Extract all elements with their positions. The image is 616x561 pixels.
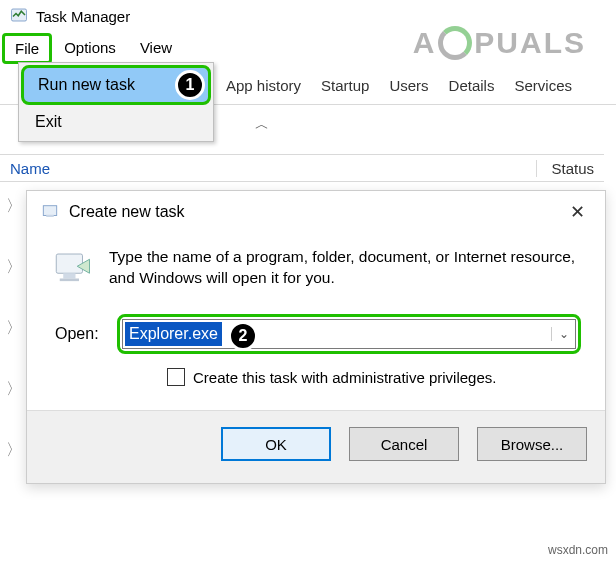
svg-rect-5 xyxy=(60,279,79,282)
open-input-value[interactable]: Explorer.exe xyxy=(125,322,222,346)
expand-caret-icon[interactable]: 〉 xyxy=(6,196,22,217)
menu-view[interactable]: View xyxy=(128,33,184,64)
watermark-text-left: A xyxy=(413,26,437,60)
dialog-title: Create new task xyxy=(69,203,554,221)
browse-button[interactable]: Browse... xyxy=(477,427,587,461)
expand-caret-icon[interactable]: 〉 xyxy=(6,318,22,339)
svg-rect-3 xyxy=(56,254,82,273)
watermark-text-right: PUALS xyxy=(474,26,586,60)
watermark: A PUALS xyxy=(413,26,586,60)
collapse-caret-icon[interactable]: ︿ xyxy=(255,116,269,134)
menu-item-exit[interactable]: Exit xyxy=(21,105,211,139)
tab-details[interactable]: Details xyxy=(439,69,505,102)
dialog-titlebar: Create new task ✕ xyxy=(27,191,605,229)
chevron-down-icon[interactable]: ⌄ xyxy=(551,327,575,341)
tab-startup[interactable]: Startup xyxy=(311,69,379,102)
tab-services[interactable]: Services xyxy=(504,69,582,102)
expand-caret-icon[interactable]: 〉 xyxy=(6,257,22,278)
dialog-instruction-text: Type the name of a program, folder, docu… xyxy=(109,247,581,289)
run-program-icon xyxy=(51,247,93,292)
process-list-header: Name Status xyxy=(0,154,604,182)
admin-checkbox-label[interactable]: Create this task with administrative pri… xyxy=(193,369,496,386)
tab-users[interactable]: Users xyxy=(379,69,438,102)
tab-strip: App history Startup Users Details Servic… xyxy=(216,66,582,104)
svg-rect-2 xyxy=(46,214,54,216)
admin-checkbox[interactable] xyxy=(167,368,185,386)
open-combobox[interactable]: Explorer.exe ⌄ xyxy=(122,319,576,349)
task-manager-icon xyxy=(10,6,28,27)
watermark-logo-icon xyxy=(438,26,472,60)
credit-text: wsxdn.com xyxy=(548,543,608,557)
column-header-name[interactable]: Name xyxy=(10,160,50,177)
dialog-button-row: OK Cancel Browse... xyxy=(27,410,605,483)
svg-rect-4 xyxy=(63,273,75,278)
open-input-highlight: Explorer.exe ⌄ xyxy=(117,314,581,354)
menu-file[interactable]: File xyxy=(2,33,52,64)
close-button[interactable]: ✕ xyxy=(564,201,591,223)
svg-rect-1 xyxy=(43,205,57,215)
ok-button[interactable]: OK xyxy=(221,427,331,461)
process-rows: 〉 〉 〉 〉 〉 xyxy=(6,186,22,501)
run-dialog-small-icon xyxy=(41,202,59,223)
annotation-marker-2: 2 xyxy=(228,321,258,351)
expand-caret-icon[interactable]: 〉 xyxy=(6,379,22,400)
window-title: Task Manager xyxy=(36,8,130,25)
create-new-task-dialog: Create new task ✕ Type the name of a pro… xyxy=(26,190,606,484)
column-header-status[interactable]: Status xyxy=(536,160,594,177)
annotation-marker-1: 1 xyxy=(175,70,205,100)
menu-options[interactable]: Options xyxy=(52,33,128,64)
tab-app-history[interactable]: App history xyxy=(216,69,311,102)
expand-caret-icon[interactable]: 〉 xyxy=(6,440,22,461)
open-label: Open: xyxy=(55,325,109,343)
cancel-button[interactable]: Cancel xyxy=(349,427,459,461)
